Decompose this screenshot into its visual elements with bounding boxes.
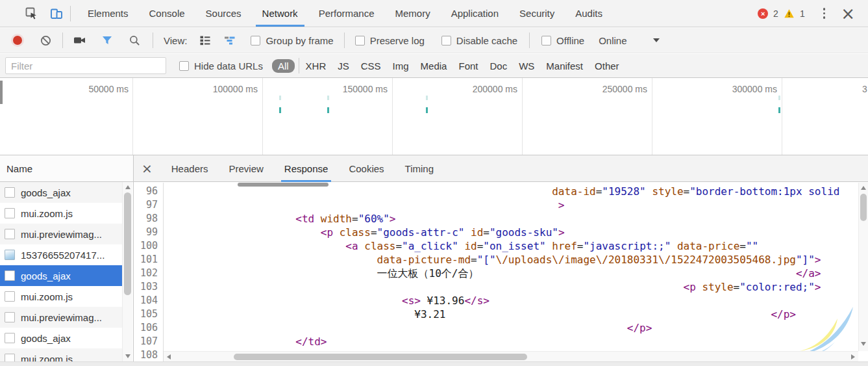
request-row[interactable]: goods_ajax <box>0 328 122 348</box>
request-row[interactable]: 15376655207417... <box>0 244 122 265</box>
filter-type-other[interactable]: Other <box>592 59 622 73</box>
more-options-icon[interactable] <box>817 5 832 21</box>
line-number: 100 <box>134 239 163 253</box>
scroll-up-icon[interactable] <box>125 185 130 189</box>
group-by-frame-label[interactable]: Group by frame <box>266 35 333 46</box>
network-toolbar: View: Group by frame Preserve log Disabl… <box>0 28 868 53</box>
tab-response[interactable]: Response <box>276 155 337 182</box>
group-by-frame-checkbox[interactable] <box>251 36 260 46</box>
warning-count[interactable]: 1 <box>800 8 805 19</box>
close-detail-icon[interactable]: × <box>134 162 159 175</box>
preserve-log-label[interactable]: Preserve log <box>370 35 425 46</box>
filter-type-xhr[interactable]: XHR <box>303 59 329 73</box>
hide-data-urls-label[interactable]: Hide data URLs <box>194 60 263 72</box>
tick-label: 200000 ms <box>446 84 517 94</box>
filter-input[interactable] <box>5 57 166 74</box>
filter-icon[interactable] <box>99 33 115 48</box>
request-name: mui.previewimag... <box>21 312 102 323</box>
scroll-down-icon[interactable] <box>125 354 130 358</box>
tab-timing[interactable]: Timing <box>397 155 442 182</box>
scroll-right-icon[interactable] <box>851 354 855 359</box>
offline-checkbox[interactable] <box>541 36 551 46</box>
toggle-device-toolbar-icon[interactable] <box>49 7 64 21</box>
requests-panel: Name goods_ajax mui.zoom.js mui.previewi… <box>0 155 134 366</box>
tab-cookies[interactable]: Cookies <box>340 155 392 182</box>
tab-network[interactable]: Network <box>252 0 308 27</box>
filter-type-media[interactable]: Media <box>418 59 450 73</box>
file-icon <box>5 333 15 343</box>
filter-type-css[interactable]: CSS <box>358 59 384 73</box>
throttling-select[interactable]: Online <box>599 35 626 46</box>
offline-label[interactable]: Offline <box>556 35 584 46</box>
requests-scrollbar[interactable] <box>122 182 132 361</box>
name-column-header[interactable]: Name <box>0 155 133 182</box>
line-number: 101 <box>134 253 163 267</box>
clear-icon[interactable] <box>38 33 53 48</box>
filter-type-doc[interactable]: Doc <box>487 59 510 73</box>
request-row[interactable]: mui.previewimag... <box>0 224 122 244</box>
inspect-element-icon[interactable] <box>25 7 39 21</box>
tab-headers[interactable]: Headers <box>163 155 217 182</box>
tick-label: 50000 ms <box>57 84 129 94</box>
filter-type-img[interactable]: Img <box>390 59 412 73</box>
throttling-caret-icon[interactable] <box>653 38 660 42</box>
filter-bar: Hide data URLs All XHR JS CSS Img Media … <box>0 54 868 78</box>
tab-elements[interactable]: Elements <box>77 0 139 27</box>
preserve-log-checkbox[interactable] <box>355 36 365 46</box>
detail-tab-bar: × Headers Preview Response Cookies Timin… <box>134 155 868 182</box>
activity-mark <box>426 107 428 113</box>
gridline <box>262 78 263 155</box>
code-line: data-id="19528" style="border-bottom:1px… <box>164 185 858 198</box>
error-badge-icon[interactable]: × <box>758 8 768 19</box>
scroll-up-icon[interactable] <box>861 186 866 190</box>
tab-memory[interactable]: Memory <box>385 0 441 27</box>
scrollbar-thumb[interactable] <box>860 194 867 221</box>
scroll-down-icon[interactable] <box>861 342 866 346</box>
code-line: <a class="a_click" id="on_isset" href="j… <box>164 239 858 253</box>
tick-label: 250000 ms <box>576 84 647 94</box>
search-icon[interactable] <box>127 33 142 48</box>
response-horizontal-scrollbar[interactable] <box>164 351 858 361</box>
request-row[interactable]: mui.zoom.js <box>0 203 122 224</box>
scrollbar-thumb[interactable] <box>124 192 131 295</box>
filter-type-ws[interactable]: WS <box>516 59 537 73</box>
request-name: goods_ajax <box>21 270 71 281</box>
request-row[interactable]: goods_ajax <box>0 182 122 203</box>
filter-type-manifest[interactable]: Manifest <box>543 59 586 73</box>
filter-type-all[interactable]: All <box>272 59 295 73</box>
line-number: 102 <box>134 267 163 280</box>
line-number: 103 <box>134 280 163 294</box>
tab-console[interactable]: Console <box>139 0 195 27</box>
tick-label-partial: 3 <box>862 84 867 94</box>
response-vertical-scrollbar[interactable] <box>858 183 868 351</box>
scrollbar-thumb[interactable] <box>234 354 527 360</box>
tab-preview[interactable]: Preview <box>220 155 271 182</box>
file-icon <box>5 208 15 218</box>
request-row[interactable]: mui.previewimag... <box>0 307 122 328</box>
request-row-selected[interactable]: goods_ajax <box>0 265 122 286</box>
hide-data-urls-checkbox[interactable] <box>179 61 189 71</box>
divider <box>344 33 345 48</box>
tab-application[interactable]: Application <box>441 0 509 27</box>
disable-cache-label[interactable]: Disable cache <box>456 35 517 46</box>
capture-screenshots-icon[interactable] <box>72 33 88 48</box>
tab-security[interactable]: Security <box>509 0 565 27</box>
tab-sources[interactable]: Sources <box>195 0 252 27</box>
record-network-log-button[interactable] <box>13 36 22 45</box>
code-line: > <box>164 198 858 212</box>
code-line: ¥3.21</p> <box>164 307 858 321</box>
tab-performance[interactable]: Performance <box>308 0 385 27</box>
waterfall-view-icon[interactable] <box>222 33 238 48</box>
filter-type-font[interactable]: Font <box>456 59 480 73</box>
network-overview-timeline[interactable]: 50000 ms 100000 ms 150000 ms 200000 ms 2… <box>0 78 868 155</box>
request-row[interactable]: mui.zoom.js <box>0 286 122 307</box>
filter-type-js[interactable]: JS <box>335 59 352 73</box>
list-view-icon[interactable] <box>197 33 213 48</box>
activity-mark <box>778 96 780 100</box>
scroll-left-icon[interactable] <box>167 354 171 359</box>
error-count[interactable]: 2 <box>773 8 778 19</box>
disable-cache-checkbox[interactable] <box>441 36 451 46</box>
warning-badge-icon[interactable] <box>784 8 795 19</box>
close-devtools-icon[interactable]: × <box>837 7 859 20</box>
tab-audits[interactable]: Audits <box>565 0 613 27</box>
